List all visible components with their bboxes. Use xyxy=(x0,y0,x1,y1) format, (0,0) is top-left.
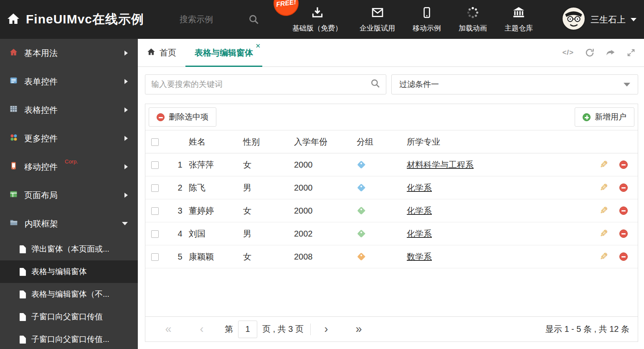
search-icon[interactable] xyxy=(371,79,380,90)
minus-circle-icon xyxy=(157,113,165,121)
chevron-down-icon xyxy=(624,83,630,87)
header-search-input[interactable] xyxy=(180,15,238,24)
sidebar-item-mobile-controls[interactable]: 移动控件 Corp. xyxy=(0,153,138,181)
pagination-bar: « ‹ 第 页 , 共 3 页 › » 显示 1 - 5 条 , 共 12 条 xyxy=(145,316,638,341)
major-link[interactable]: 化学系 xyxy=(407,206,432,215)
delete-icon[interactable] xyxy=(619,229,628,238)
nav-mobile-demo[interactable]: 移动示例 xyxy=(413,6,441,33)
cell-year: 2002 xyxy=(294,222,357,245)
home-icon xyxy=(147,48,155,58)
layout-icon xyxy=(9,190,18,201)
sidebar-item-iframe[interactable]: 内联框架 xyxy=(0,209,138,238)
delete-icon[interactable] xyxy=(619,206,628,215)
table-icon xyxy=(9,104,18,115)
sidebar-item-more-controls[interactable]: 更多控件 xyxy=(0,124,138,153)
row-checkbox[interactable] xyxy=(151,184,159,192)
page-number-input[interactable] xyxy=(238,321,257,338)
delete-icon[interactable] xyxy=(619,160,628,169)
sidebar-item-basic-usage[interactable]: 基本用法 xyxy=(0,39,138,67)
sidebar-item-form-controls[interactable]: 表单控件 xyxy=(0,67,138,96)
group-tag-icon[interactable] xyxy=(357,229,365,238)
row-checkbox[interactable] xyxy=(151,207,159,215)
cell-gender: 女 xyxy=(243,199,294,222)
sidebar-subitem-child-to-parent[interactable]: 子窗口向父窗口传值 xyxy=(0,306,138,328)
sidebar-item-grid-controls[interactable]: 表格控件 xyxy=(0,96,138,124)
nav-theme-repo[interactable]: 主题仓库 xyxy=(505,6,533,33)
prev-page-button[interactable]: ‹ xyxy=(196,324,207,335)
header-gender: 性别 xyxy=(243,130,294,153)
tab-grid-edit-window[interactable]: 表格与编辑窗体 ✕ xyxy=(185,39,262,66)
tab-home[interactable]: 首页 xyxy=(138,39,185,66)
row-index: 2 xyxy=(171,176,189,199)
keyword-search-box xyxy=(145,74,386,94)
major-link[interactable]: 材料科学与工程系 xyxy=(407,160,474,169)
dots-icon xyxy=(9,133,18,144)
spinner-icon xyxy=(467,6,479,20)
edit-icon[interactable]: ✎ xyxy=(600,183,608,193)
sidebar-subitem-grid-edit-window-2[interactable]: 表格与编辑窗体（不... xyxy=(0,283,138,306)
mobile-icon xyxy=(9,161,18,172)
header-major: 所学专业 xyxy=(407,130,590,153)
edit-icon[interactable]: ✎ xyxy=(600,160,608,170)
corp-badge: Corp. xyxy=(65,158,78,165)
tab-bar: 首页 表格与编辑窗体 ✕ </> xyxy=(138,39,644,67)
chevron-right-icon xyxy=(124,164,128,169)
row-checkbox[interactable] xyxy=(151,230,159,238)
header-nav: FREE! 基础版（免费） 企业版试用 移动示例 xyxy=(292,0,533,39)
group-tag-icon[interactable] xyxy=(357,160,365,169)
first-page-button[interactable]: « xyxy=(163,324,174,335)
last-page-button[interactable]: » xyxy=(353,324,364,335)
table-row: 1 张萍萍 女 2000 材料科学与工程系 ✎ xyxy=(145,153,638,176)
folder-icon xyxy=(9,218,18,229)
sidebar-item-page-layout[interactable]: 页面布局 xyxy=(0,181,138,209)
file-icon xyxy=(20,313,26,321)
delete-selected-button[interactable]: 删除选中项 xyxy=(149,107,216,127)
table-header-row: 姓名 性别 入学年份 分组 所学专业 xyxy=(145,130,638,153)
group-tag-icon[interactable] xyxy=(357,252,365,261)
delete-icon[interactable] xyxy=(619,252,628,261)
grid-panel: 删除选中项 新增用户 姓名 性别 xyxy=(145,104,638,342)
header-actions xyxy=(590,130,638,153)
source-code-icon[interactable]: </> xyxy=(562,48,574,57)
cell-name: 康颖颖 xyxy=(189,245,243,268)
row-checkbox[interactable] xyxy=(151,161,159,169)
next-page-button[interactable]: › xyxy=(321,324,332,335)
group-tag-icon[interactable] xyxy=(357,183,365,192)
delete-icon[interactable] xyxy=(619,183,628,192)
keyword-search-input[interactable] xyxy=(151,80,371,89)
select-all-checkbox[interactable] xyxy=(151,138,159,146)
sidebar-subitem-child-to-parent-2[interactable]: 子窗口向父窗口传值... xyxy=(0,328,138,349)
sidebar-subitem-grid-edit-window[interactable]: 表格与编辑窗体 xyxy=(0,260,138,283)
house-icon xyxy=(9,48,18,59)
major-link[interactable]: 化学系 xyxy=(407,229,432,238)
add-user-button[interactable]: 新增用户 xyxy=(575,107,634,127)
edit-icon[interactable]: ✎ xyxy=(600,206,608,216)
tab-tools: </> xyxy=(562,39,644,66)
open-new-window-icon[interactable] xyxy=(606,48,616,58)
chevron-right-icon xyxy=(124,107,128,112)
grid-toolbar: 删除选中项 新增用户 xyxy=(145,104,638,130)
major-link[interactable]: 化学系 xyxy=(407,183,432,192)
brand[interactable]: FineUIMvc在线示例 xyxy=(7,0,144,39)
fullscreen-icon[interactable] xyxy=(626,48,636,57)
search-icon[interactable] xyxy=(249,15,259,25)
group-tag-icon[interactable] xyxy=(357,206,365,215)
filter-dropdown[interactable]: 过滤条件一 xyxy=(391,74,638,94)
row-checkbox[interactable] xyxy=(151,253,159,261)
sidebar-subitem-popup-window[interactable]: 弹出窗体（本页面或... xyxy=(0,238,138,260)
page-prefix-label: 第 xyxy=(225,324,233,335)
nav-enterprise-trial[interactable]: 企业版试用 xyxy=(360,6,395,33)
edit-icon[interactable]: ✎ xyxy=(600,252,608,262)
header-search xyxy=(180,0,259,39)
major-link[interactable]: 数学系 xyxy=(407,252,432,261)
cell-year: 2000 xyxy=(294,199,357,222)
refresh-icon[interactable] xyxy=(585,48,595,58)
user-menu[interactable]: 三生石上 xyxy=(562,0,636,39)
edit-icon[interactable]: ✎ xyxy=(600,229,608,239)
close-icon[interactable]: ✕ xyxy=(255,43,261,49)
cell-gender: 男 xyxy=(243,222,294,245)
nav-loading-animation[interactable]: 加载动画 xyxy=(459,6,487,33)
table-row: 2 陈飞 男 2000 化学系 ✎ xyxy=(145,176,638,199)
nav-basic-free[interactable]: FREE! 基础版（免费） xyxy=(292,6,342,33)
top-header: FineUIMvc在线示例 FREE! 基础版（免费） 企业版试用 xyxy=(0,0,644,39)
